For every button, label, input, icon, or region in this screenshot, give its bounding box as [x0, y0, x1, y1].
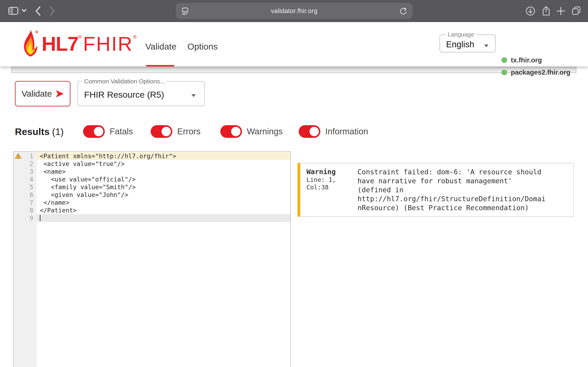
endpoint-tx: tx.fhir.org [502, 57, 542, 64]
chevron-down-icon [484, 44, 489, 47]
switch-knob [231, 127, 241, 136]
browser-chrome: validator.fhir.org [0, 0, 588, 22]
issue-line: Line: 1, [306, 176, 357, 184]
line-number: 8 [30, 207, 33, 214]
toggle-information: Information [299, 125, 368, 138]
tab-overview-icon[interactable] [571, 6, 581, 16]
code-text: <given value="John"/> [40, 191, 128, 198]
editor-line: 8 </Patient> [13, 206, 290, 214]
editor-lines: 1 <Patient xmlns="http://hl7.org/fhir"> … [13, 152, 290, 222]
forward-icon[interactable] [49, 6, 55, 16]
results-title-text: Results [15, 126, 50, 137]
editor-line: 4 <use value="official"/> [13, 175, 290, 183]
chevron-down-icon [191, 94, 196, 97]
line-number: 7 [30, 199, 33, 206]
chrome-divider [20, 7, 20, 16]
svg-text:R: R [36, 31, 37, 33]
back-icon[interactable] [35, 6, 41, 16]
code-text: <Patient xmlns="http://hl7.org/fhir"> [40, 152, 176, 160]
issue-card-warning: Warning Line: 1, Col:38 Constraint faile… [297, 163, 574, 217]
active-tab-underline [146, 65, 174, 67]
registered-mark: ® [133, 34, 137, 40]
share-icon[interactable] [541, 6, 551, 16]
issue-severity: Warning [306, 167, 357, 176]
toggle-label: Errors [177, 127, 200, 136]
text-cursor [40, 215, 40, 221]
hl7-fhir-logo[interactable]: R HL7®FHIR® [22, 29, 137, 59]
url-text: validator.fhir.org [176, 3, 412, 19]
warnings-switch[interactable] [220, 125, 242, 138]
editor-line: 1 <Patient xmlns="http://hl7.org/fhir"> [13, 152, 290, 160]
line-number: 2 [30, 160, 33, 167]
validation-options-legend: Common Validation Options... [82, 78, 167, 85]
toggle-label: Warnings [247, 127, 283, 136]
language-select[interactable]: Language English [440, 31, 495, 52]
logo-fhir-text: FHIR [83, 34, 133, 54]
downloads-icon[interactable] [526, 6, 535, 16]
editor-line: 7 </name> [13, 199, 290, 206]
results-heading: Results(1) [15, 126, 64, 137]
code-text: </name> [40, 199, 69, 206]
code-text: <family value="Smith"/> [40, 184, 136, 191]
line-number: 1 [30, 152, 33, 160]
run-arrow-icon [56, 90, 64, 98]
status-dot-green [502, 57, 507, 63]
line-number: 6 [30, 191, 33, 198]
code-text: <active value="true"/> [40, 160, 125, 167]
errors-switch[interactable] [151, 125, 172, 138]
validate-button-label: Validate [22, 89, 52, 99]
screen: validator.fhir.org [0, 0, 588, 367]
toggle-label: Fatals [110, 127, 133, 136]
chevron-down-icon[interactable] [22, 9, 26, 12]
logo-hl7-text: HL7 [42, 34, 78, 54]
endpoint-packages: packages2.fhir.org [502, 69, 571, 76]
information-switch[interactable] [299, 125, 320, 138]
registered-mark: ® [78, 34, 82, 40]
toggle-warnings: Warnings [220, 125, 283, 138]
site-header: R HL7®FHIR® Validate Options Language En… [0, 22, 588, 67]
toggle-errors: Errors [151, 125, 200, 138]
issue-col: Col:38 [306, 184, 357, 191]
issue-message: Constraint failed: dom-6: 'A resource sh… [357, 167, 549, 212]
line-number: 9 [30, 215, 33, 222]
code-editor[interactable]: 1 <Patient xmlns="http://hl7.org/fhir"> … [13, 151, 291, 367]
tab-validate[interactable]: Validate [145, 42, 176, 52]
results-count: (1) [52, 126, 64, 137]
line-number: 4 [30, 176, 33, 183]
line-number: 5 [30, 184, 33, 191]
flame-icon: R [22, 30, 39, 58]
tab-options[interactable]: Options [187, 42, 218, 52]
switch-knob [162, 127, 171, 136]
reload-icon[interactable] [399, 7, 408, 16]
endpoint-label: packages2.fhir.org [511, 68, 571, 76]
line-number: 3 [30, 168, 33, 175]
code-text: <use value="official"/> [40, 176, 136, 183]
validation-options-value: FHIR Resource (R5) [84, 90, 164, 100]
switch-knob [94, 127, 103, 136]
validation-options-select[interactable]: Common Validation Options... FHIR Resour… [78, 78, 205, 106]
toggle-label: Information [325, 127, 368, 136]
editor-line-active: 9 [13, 214, 290, 222]
status-dot-green [502, 69, 507, 75]
validate-button[interactable]: Validate [15, 81, 70, 106]
sidebar-toggle-icon[interactable] [8, 6, 18, 16]
editor-line: 3 <name> [13, 167, 290, 175]
editor-line: 5 <family value="Smith"/> [13, 183, 290, 191]
line-warning-icon [15, 153, 22, 159]
fatals-switch[interactable] [83, 125, 105, 138]
language-value: English [446, 40, 474, 49]
new-tab-icon[interactable] [556, 7, 565, 16]
issue-meta: Warning Line: 1, Col:38 [306, 167, 357, 212]
address-bar[interactable]: validator.fhir.org [176, 3, 412, 19]
language-legend: Language [446, 31, 476, 38]
editor-line: 2 <active value="true"/> [13, 160, 290, 167]
code-text: </Patient> [40, 207, 77, 214]
endpoint-label: tx.fhir.org [511, 56, 542, 64]
code-text: <name> [40, 168, 66, 175]
switch-knob [310, 127, 319, 136]
editor-line: 6 <given value="John"/> [13, 191, 290, 199]
toggle-fatals: Fatals [83, 125, 133, 138]
